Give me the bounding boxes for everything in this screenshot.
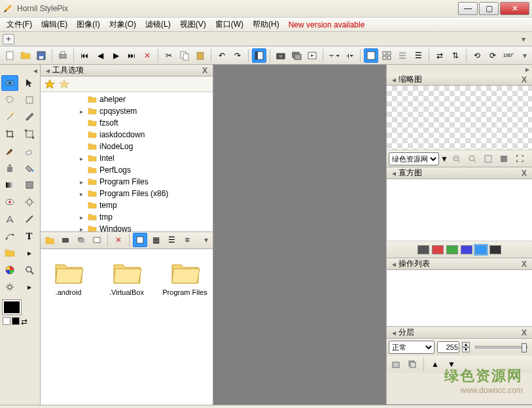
- layers-close-icon[interactable]: X: [519, 328, 529, 337]
- layer-up-icon[interactable]: ▲: [428, 357, 442, 371]
- view-mode-1-icon[interactable]: [364, 48, 378, 63]
- tool-crop[interactable]: [1, 126, 18, 142]
- menu-file[interactable]: 文件(F): [3, 18, 36, 31]
- tree-item[interactable]: ▸Program Files (x86): [41, 188, 213, 199]
- tree-item[interactable]: fzsoft: [41, 117, 213, 129]
- tree-item[interactable]: ▸cpqsystem: [41, 105, 213, 117]
- zoom-actual-icon[interactable]: [497, 152, 511, 166]
- tool-lasso[interactable]: [1, 92, 18, 108]
- menu-view[interactable]: 视图(V): [176, 18, 210, 31]
- first-icon[interactable]: ⏮: [77, 48, 92, 63]
- new-file-icon[interactable]: [3, 48, 17, 63]
- browser-item[interactable]: .android: [46, 258, 91, 297]
- browser-view-list-icon[interactable]: ☰: [164, 233, 179, 247]
- tree-item[interactable]: ▸Program Files: [41, 176, 213, 188]
- swatch-white[interactable]: [3, 317, 10, 325]
- camera-icon[interactable]: [274, 48, 288, 63]
- last-icon[interactable]: ⏭: [124, 48, 139, 63]
- tool-shape[interactable]: [21, 177, 38, 193]
- tool-color[interactable]: [1, 262, 18, 278]
- align-icon[interactable]: ⫟▾: [327, 48, 341, 63]
- menu-window[interactable]: 窗口(W): [211, 18, 247, 31]
- layer-new-icon[interactable]: [389, 357, 403, 371]
- browser-item[interactable]: Program Files: [162, 258, 207, 297]
- layer-dup-icon[interactable]: [405, 357, 419, 371]
- new-version-link[interactable]: New version available: [285, 19, 369, 31]
- zoom-in-icon[interactable]: [465, 152, 480, 166]
- canvas-area[interactable]: [213, 65, 387, 405]
- hist-red-icon[interactable]: [432, 245, 444, 254]
- tree-item[interactable]: ▸tmp: [41, 211, 213, 223]
- panel-chevron-icon[interactable]: ◂: [43, 66, 52, 75]
- thumb-chevron-icon[interactable]: ◂: [389, 75, 399, 84]
- view-list-icon[interactable]: [395, 48, 410, 63]
- opacity-input[interactable]: [437, 341, 459, 353]
- print-icon[interactable]: [56, 48, 70, 63]
- folder-tree[interactable]: ahelper▸cpqsystemfzsoftiaskdocdowniNodeL…: [41, 92, 213, 232]
- tool-wand[interactable]: [1, 109, 18, 125]
- browser-delete-icon[interactable]: ✕: [111, 233, 126, 247]
- hist-luma-icon[interactable]: [417, 245, 429, 254]
- view-detail-icon[interactable]: ☰: [411, 48, 425, 63]
- undo-icon[interactable]: ↶: [215, 48, 229, 63]
- tree-item[interactable]: ▸Windows: [41, 223, 213, 232]
- tool-view[interactable]: [1, 75, 18, 91]
- menu-help[interactable]: 帮助(H): [249, 18, 283, 31]
- layer-down-icon[interactable]: ▼: [444, 357, 459, 371]
- browser-camera-icon[interactable]: [58, 233, 73, 247]
- cut-icon[interactable]: ✂: [162, 48, 176, 63]
- hist-chevron-icon[interactable]: ◂: [389, 169, 399, 178]
- foreground-color[interactable]: [3, 300, 21, 314]
- star-icon[interactable]: [44, 79, 55, 90]
- browser-view-large-icon[interactable]: [133, 233, 147, 247]
- hist-close-icon[interactable]: X: [519, 169, 529, 178]
- open-icon[interactable]: [18, 48, 33, 63]
- opacity-down-icon[interactable]: ▼: [462, 347, 470, 352]
- browser-view-grid-icon[interactable]: ▦: [149, 233, 163, 247]
- browser-up-icon[interactable]: [43, 233, 57, 247]
- opacity-slider[interactable]: [475, 346, 527, 348]
- layers-chevron-icon[interactable]: ◂: [389, 328, 399, 337]
- tool-zoom[interactable]: [21, 262, 38, 278]
- slideshow-icon[interactable]: [305, 48, 319, 63]
- save-icon[interactable]: [34, 48, 48, 63]
- tree-item[interactable]: iaskdocdown: [41, 129, 213, 141]
- tree-item[interactable]: temp: [41, 199, 213, 211]
- maximize-button[interactable]: ▢: [479, 2, 499, 15]
- tree-item[interactable]: ahelper: [41, 94, 213, 105]
- delete-icon[interactable]: ✕: [140, 48, 154, 63]
- copy-icon[interactable]: [177, 48, 192, 63]
- file-browser[interactable]: .android.VirtualBoxProgram Files: [41, 249, 213, 405]
- blend-mode-select[interactable]: 正常: [389, 341, 434, 354]
- tool-hand[interactable]: [1, 245, 18, 261]
- thumbnail-dropdown[interactable]: 绿色资源网: [389, 152, 439, 165]
- zoom-full-icon[interactable]: ⛶: [512, 152, 527, 166]
- browser-item[interactable]: .VirtualBox: [104, 258, 149, 297]
- tabbar-overflow-icon[interactable]: ▾: [518, 35, 529, 44]
- tool-line[interactable]: [21, 211, 38, 227]
- minimize-button[interactable]: —: [458, 2, 478, 15]
- close-panel-icon[interactable]: X: [200, 66, 210, 75]
- tool-fill[interactable]: [21, 160, 38, 176]
- panel-toggle-1-icon[interactable]: [252, 48, 266, 63]
- hist-green-icon[interactable]: [446, 245, 458, 254]
- tool-text[interactable]: T: [21, 228, 38, 244]
- tree-item[interactable]: PerfLogs: [41, 164, 213, 176]
- browser-slide-icon[interactable]: [90, 233, 104, 247]
- browser-view-detail-icon[interactable]: ≡: [180, 233, 194, 247]
- tool-eraser[interactable]: [21, 143, 38, 159]
- menu-object[interactable]: 对象(O): [105, 18, 140, 31]
- toolbar-overflow-icon[interactable]: ▾: [520, 51, 529, 60]
- actions-close-icon[interactable]: X: [519, 260, 529, 269]
- redo-icon[interactable]: ↷: [230, 48, 245, 63]
- actions-chevron-icon[interactable]: ◂: [389, 260, 399, 269]
- tool-more2-icon[interactable]: ▸: [21, 279, 38, 295]
- flip-h-icon[interactable]: ⇄: [433, 48, 447, 63]
- thumb-dropdown-arrow-icon[interactable]: ▼: [440, 154, 448, 163]
- star-outline-icon[interactable]: [59, 79, 69, 90]
- next-icon[interactable]: ▶: [109, 48, 123, 63]
- toolbox-collapse-icon[interactable]: ◂: [1, 66, 39, 75]
- rotate-cw-icon[interactable]: ⟳: [486, 48, 500, 63]
- swap-colors-icon[interactable]: ⇄: [21, 317, 29, 325]
- browser-overflow-icon[interactable]: ▾: [202, 235, 211, 245]
